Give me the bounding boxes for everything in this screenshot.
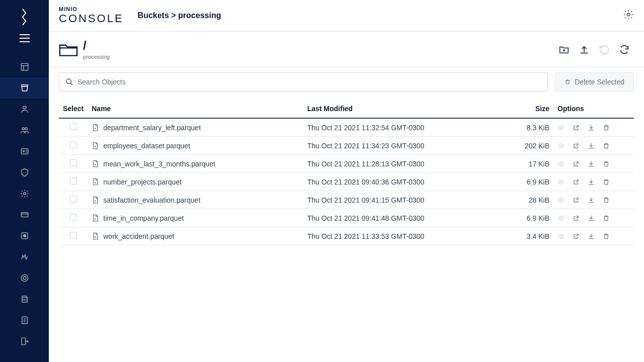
delete-selected-button[interactable]: Delete Selected [555, 72, 634, 92]
preview-icon[interactable] [557, 215, 565, 222]
share-icon[interactable] [573, 178, 580, 186]
download-icon[interactable] [588, 197, 595, 204]
svg-point-18 [95, 146, 96, 147]
row-checkbox[interactable] [70, 177, 77, 185]
delete-icon[interactable] [603, 215, 610, 222]
file-modified: Thu Oct 21 2021 11:33:53 GMT-0300 [303, 227, 508, 245]
nav-health[interactable] [0, 267, 49, 289]
share-icon[interactable] [573, 142, 580, 149]
upload-button[interactable] [579, 44, 590, 55]
search-input[interactable] [77, 78, 541, 86]
nav-users[interactable] [0, 99, 49, 120]
share-icon[interactable] [573, 160, 580, 167]
row-checkbox[interactable] [70, 141, 77, 148]
file-size: 6.9 KiB [508, 173, 553, 191]
nav-docs[interactable] [0, 310, 49, 331]
delete-icon[interactable] [603, 160, 610, 167]
preview-icon[interactable] [557, 160, 565, 167]
share-icon[interactable] [573, 197, 580, 204]
nav-security[interactable] [0, 162, 49, 183]
nav-tools[interactable] [0, 225, 49, 246]
row-checkbox[interactable] [70, 123, 77, 130]
delete-icon[interactable] [603, 197, 610, 204]
download-icon[interactable] [588, 160, 595, 167]
svg-point-17 [560, 127, 562, 129]
preview-icon[interactable] [557, 197, 565, 204]
menu-toggle-icon[interactable] [16, 30, 34, 48]
row-checkbox[interactable] [70, 159, 77, 166]
download-icon[interactable] [588, 124, 595, 131]
nav-buckets[interactable] [0, 77, 49, 99]
table-row[interactable]: employees_dataset.parquetThu Oct 21 2021… [59, 137, 634, 155]
svg-rect-7 [21, 213, 28, 217]
preview-icon[interactable] [557, 124, 565, 131]
svg-point-9 [23, 235, 26, 237]
file-icon [92, 124, 99, 131]
col-select: Select [59, 100, 88, 118]
nav-accounts[interactable] [0, 141, 49, 162]
search-box[interactable] [59, 72, 548, 92]
nav-dashboard[interactable] [0, 56, 49, 77]
col-name: Name [88, 100, 303, 118]
table-row[interactable]: department_salary_left.parquetThu Oct 21… [59, 118, 634, 137]
svg-point-25 [560, 199, 562, 201]
preview-icon[interactable] [557, 233, 565, 240]
col-size: Size [508, 100, 553, 118]
download-icon[interactable] [588, 215, 595, 222]
refresh-button[interactable] [619, 44, 630, 55]
file-name: employees_dataset.parquet [103, 142, 190, 150]
current-path: / [83, 40, 110, 52]
file-modified: Thu Oct 21 2021 11:32:54 GMT-0300 [303, 118, 508, 137]
file-size: 202 KiB [508, 137, 553, 155]
file-modified: Thu Oct 21 2021 09:41:48 GMT-0300 [303, 209, 508, 227]
create-folder-button[interactable] [558, 44, 570, 55]
file-modified: Thu Oct 21 2021 11:28:13 GMT-0300 [303, 155, 508, 173]
nav-logout[interactable] [0, 331, 49, 352]
table-row[interactable]: time_in_company.parquetThu Oct 21 2021 0… [59, 209, 634, 227]
table-row[interactable]: number_projects.parquetThu Oct 21 2021 0… [59, 173, 634, 191]
nav-settings[interactable] [0, 183, 49, 204]
file-size: 28 KiB [508, 191, 553, 209]
nav-tiers[interactable] [0, 289, 49, 310]
file-icon [92, 178, 99, 186]
table-row[interactable]: mean_work_last_3_months.parquetThu Oct 2… [59, 155, 634, 173]
preview-icon[interactable] [557, 178, 565, 186]
file-size: 6.9 KiB [508, 209, 553, 227]
file-icon [92, 196, 99, 204]
delete-icon[interactable] [603, 124, 610, 131]
download-icon[interactable] [588, 233, 595, 240]
delete-selected-label: Delete Selected [575, 78, 624, 86]
svg-point-23 [560, 181, 562, 183]
delete-icon[interactable] [603, 178, 610, 186]
delete-icon[interactable] [603, 233, 610, 240]
share-icon[interactable] [573, 215, 580, 222]
table-row[interactable]: satisfaction_evaluation.parquetThu Oct 2… [59, 191, 634, 209]
share-icon[interactable] [573, 124, 580, 131]
svg-point-27 [560, 217, 562, 219]
file-icon [92, 142, 99, 149]
nav-subscription[interactable] [0, 204, 49, 225]
file-name: mean_work_last_3_months.parquet [103, 160, 215, 168]
search-icon [65, 78, 73, 86]
svg-point-5 [23, 151, 24, 152]
preview-icon[interactable] [557, 142, 565, 149]
row-checkbox[interactable] [70, 196, 77, 203]
brand-line1: MINIO [59, 6, 124, 12]
file-icon [92, 160, 99, 167]
download-icon[interactable] [588, 142, 595, 149]
col-options: Options [553, 100, 634, 118]
settings-gear-icon[interactable] [623, 9, 634, 22]
row-checkbox[interactable] [70, 214, 77, 221]
col-modified: Last Modified [303, 100, 508, 118]
table-row[interactable]: work_accident.parquetThu Oct 21 2021 11:… [59, 227, 634, 245]
delete-icon[interactable] [603, 142, 610, 149]
share-icon[interactable] [573, 233, 580, 240]
rewind-button[interactable] [599, 44, 610, 55]
nav-trace[interactable] [0, 246, 49, 267]
svg-point-19 [560, 145, 562, 147]
path-header: / processing [49, 32, 644, 67]
svg-rect-13 [22, 338, 26, 345]
download-icon[interactable] [588, 178, 595, 186]
row-checkbox[interactable] [70, 232, 77, 239]
nav-groups[interactable] [0, 120, 49, 141]
